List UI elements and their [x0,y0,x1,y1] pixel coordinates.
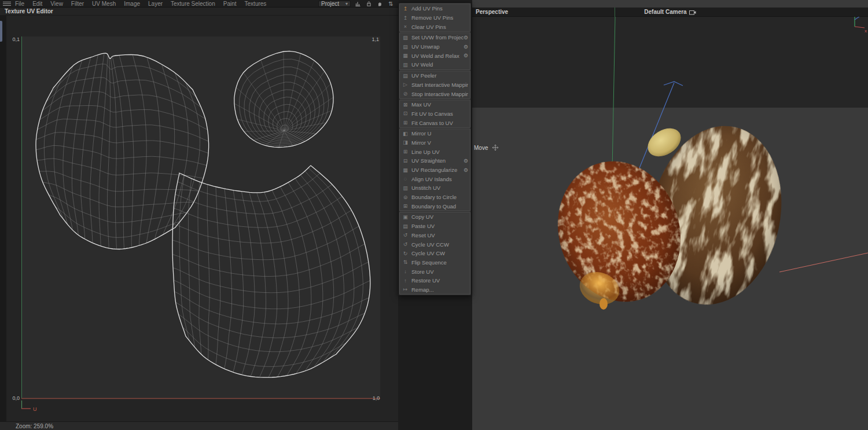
menu-item-label: Boundary to Circle [411,194,468,200]
pin-remove-icon: ↥ [402,15,409,21]
max-icon: ⊠ [402,102,409,108]
panel-title: Texture UV Editor [0,8,398,16]
cw-icon: ↻ [402,251,409,256]
menu-item-uv-rectangularize[interactable]: ▦UV Rectangularize⚙ [400,166,470,175]
restore-icon: ↑ [402,278,409,284]
lineup-icon: ⊞ [402,149,409,155]
side-strip [0,16,6,421]
fit-uv-icon: ⊡ [402,111,409,116]
menu-file[interactable]: File [11,0,28,8]
unstitch-icon: ▥ [402,185,409,191]
uv-unit-square [21,36,380,398]
menu-item-uv-unwrap[interactable]: ▤UV Unwrap⚙ [400,42,470,52]
menu-item-boundary-to-quad[interactable]: ⊞Boundary to Quad [400,201,470,211]
perspective-viewport[interactable]: Y x Move [472,17,868,421]
store-icon: ↓ [402,269,409,274]
menu-item-set-uvw-from-projection[interactable]: ▨Set UVW from Projection⚙ [400,33,470,42]
menu-item-reset-uv[interactable]: ↺Reset UV [400,231,470,240]
menu-item-remap[interactable]: ↦Remap... [400,285,470,295]
camera-icon [689,10,696,15]
menu-item-stop-interactive-mapping[interactable]: ⊘Stop Interactive Mapping [400,89,470,98]
uv-canvas[interactable]: 0,1 1,1 0,0 1,0 U [6,16,398,421]
menu-item-add-uv-pins[interactable]: ↥Add UV Pins [400,4,470,13]
menu-uv-mesh[interactable]: UV Mesh [88,0,120,8]
menu-item-label: Stop Interactive Mapping [411,91,468,97]
menu-item-mirror-v[interactable]: ◨Mirror V [400,138,470,148]
reset-icon: ↺ [402,232,409,238]
uv-canvas-area[interactable]: 0,1 1,1 0,0 1,0 U [0,16,398,421]
gear-icon[interactable]: ⚙ [464,158,468,164]
menu-item-label: UV Unwrap [411,43,464,50]
viewport-scene: Y x [472,17,868,421]
menu-group: ▨Set UVW from Projection⚙▤UV Unwrap⚙▦UV … [399,32,470,70]
menu-texture-selection[interactable]: Texture Selection [167,0,219,8]
menu-item-uv-peeler[interactable]: ▤UV Peeler [400,71,470,80]
menu-item-boundary-to-circle[interactable]: ⊚Boundary to Circle [400,193,470,202]
menu-item-line-up-uv[interactable]: ⊞Line Up UV [400,147,470,156]
updown-icon[interactable]: ⇅ [387,0,395,7]
menu-item-label: Cycle UV CW [411,250,468,256]
gear-icon[interactable]: ⚙ [464,53,468,58]
menu-item-uv-straighten[interactable]: ⊟UV Straighten⚙ [400,156,470,166]
camera-label[interactable]: Default Camera [472,9,868,15]
menu-item-remove-uv-pins[interactable]: ↥Remove UV Pins [400,13,470,23]
project-dropdown[interactable]: Project ▾ [318,1,351,7]
gear-icon[interactable]: ⚙ [464,44,468,50]
remap-icon: ↦ [402,286,409,292]
peeler-icon: ▤ [402,73,409,79]
menu-image[interactable]: Image [120,0,144,8]
menu-item-label: Reset UV [411,232,468,238]
menu-icon[interactable] [3,0,11,8]
pan-icon[interactable] [376,0,384,7]
active-tab-indicator[interactable] [0,21,2,42]
menu-item-store-uv[interactable]: ↓Store UV [400,267,470,276]
menu-item-label: Fit Canvas to UV [411,120,468,126]
menu-item-start-interactive-mapping[interactable]: ▷Start Interactive Mapping [400,80,470,90]
menu-item-clear-uv-pins[interactable]: ×Clear UV Pins [400,22,470,31]
menu-item-flip-sequence[interactable]: ⇅Flip Sequence [400,258,470,267]
menu-item-copy-uv[interactable]: ▣Copy UV [400,212,470,222]
menu-item-label: Align UV Islands [411,176,468,182]
gear-icon[interactable]: ⚙ [464,167,468,173]
menu-item-uv-weld-and-relax[interactable]: ▦UV Weld and Relax⚙ [400,51,470,60]
gear-icon[interactable]: ⚙ [464,35,468,41]
menu-layer[interactable]: Layer [144,0,167,8]
menu-item-restore-uv[interactable]: ↑Restore UV [400,276,470,285]
menu-item-paste-uv[interactable]: ▤Paste UV [400,222,470,231]
menu-item-label: Restore UV [411,277,468,284]
menu-edit[interactable]: Edit [28,0,46,8]
lock-icon[interactable] [365,0,373,7]
menu-item-mirror-u[interactable]: ◧Mirror U [400,129,470,138]
menu-item-label: Unstitch UV [411,185,468,191]
gizmo-x-label: x [865,28,867,34]
menu-item-cycle-uv-cw[interactable]: ↻Cycle UV CW [400,249,470,258]
viewport-pane: ViewCamerasDisplayOptionsFilterPanel ⇅ ↻… [472,0,868,430]
projection-icon: ▨ [402,35,409,41]
menu-item-uv-weld[interactable]: ▥UV Weld [400,60,470,69]
weld-relax-icon: ▦ [402,53,409,58]
menu-item-max-uv[interactable]: ⊠Max UV [400,100,470,109]
menu-textures[interactable]: Textures [241,0,271,8]
menu-filter[interactable]: Filter [67,0,88,8]
menu-item-label: UV Weld and Relax [411,53,464,59]
menu-item-unstitch-uv[interactable]: ▥Unstitch UV [400,183,470,193]
menu-group: ⊠Max UV⊡Fit UV to Canvas⊞Fit Canvas to U… [399,100,470,128]
uv-menu-items: FileEditViewFilterUV MeshImageLayerTextu… [11,0,270,8]
menu-view[interactable]: View [46,0,67,8]
viewport-sky [472,17,868,108]
menu-item-label: Remove UV Pins [411,14,468,21]
menu-item-label: Store UV [411,269,468,275]
circle-icon: ⊚ [402,194,409,200]
stop-icon: ⊘ [402,91,409,97]
chevron-down-icon: ▾ [345,1,348,6]
menu-item-fit-canvas-to-uv[interactable]: ⊞Fit Canvas to UV [400,118,470,127]
menu-item-label: Line Up UV [411,149,468,155]
copy-icon: ▣ [402,214,409,220]
histogram-icon[interactable] [354,0,362,7]
menu-item-label: Set UVW from Projection [411,34,464,41]
straighten-icon: ⊟ [402,158,409,164]
menu-item-align-uv-islands[interactable]: ◌Align UV Islands [400,174,470,183]
menu-paint[interactable]: Paint [219,0,241,8]
menu-item-cycle-uv-ccw[interactable]: ↺Cycle UV CCW [400,240,470,249]
menu-item-fit-uv-to-canvas[interactable]: ⊡Fit UV to Canvas [400,109,470,119]
